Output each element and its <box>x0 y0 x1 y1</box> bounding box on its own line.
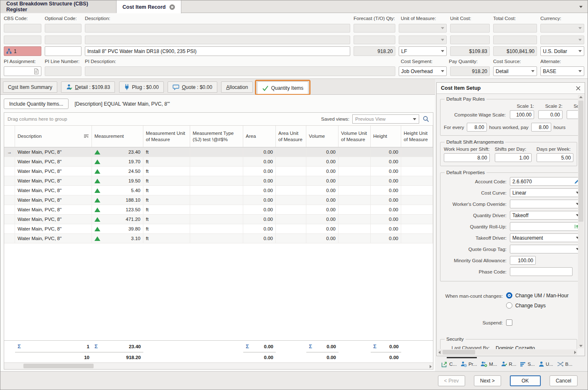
area-cell[interactable]: 0.00 <box>243 186 276 195</box>
ok-button[interactable]: OK <box>510 375 541 386</box>
area-uom-cell[interactable] <box>276 186 306 195</box>
height-uom-cell[interactable] <box>401 234 433 243</box>
measurement-uom-cell[interactable]: ft <box>143 215 190 224</box>
volume-cell[interactable]: 0.00 <box>306 195 339 205</box>
quantity-rollup-field[interactable] <box>510 222 578 231</box>
volume-uom-cell[interactable] <box>339 157 371 167</box>
measurement-uom-cell[interactable]: ft <box>143 205 190 215</box>
column-header-height[interactable]: Height <box>371 126 401 147</box>
measurement-cell[interactable]: 471.20 <box>92 215 143 224</box>
measurement-uom-cell[interactable]: ft <box>143 234 190 243</box>
cost-source-dropdown[interactable]: Detail <box>493 66 537 76</box>
table-row[interactable]: Water Main, PVC, 8" 19.50 ft 0.00 0.00 0… <box>4 176 433 186</box>
days-per-week-input[interactable]: 5.00 <box>537 153 573 162</box>
height-cell[interactable]: 0.00 <box>371 195 401 205</box>
workers-comp-override-dropdown[interactable] <box>510 200 578 208</box>
height-uom-cell[interactable] <box>401 157 433 167</box>
hours-worked-input[interactable]: 8.00 <box>467 123 487 132</box>
close-icon[interactable] <box>576 86 580 91</box>
area-cell[interactable]: 0.00 <box>243 157 276 167</box>
table-row[interactable]: Water Main, PVC, 8" 19.70 ft 0.00 0.00 0… <box>4 157 433 167</box>
area-cell[interactable]: 0.00 <box>243 205 276 215</box>
height-uom-cell[interactable] <box>401 215 433 224</box>
height-cell[interactable]: 0.00 <box>371 224 401 234</box>
description-cell[interactable]: Water Main, PVC, 8" <box>15 186 92 195</box>
height-cell[interactable]: 0.00 <box>371 234 401 243</box>
grid-horizontal-scrollbar[interactable] <box>4 362 433 369</box>
area-uom-cell[interactable] <box>276 205 306 215</box>
cost-segment-dropdown[interactable]: Job Overhead <box>399 66 447 76</box>
table-row[interactable]: Water Main, PVC, 8" 471.20 ft 0.00 0.00 … <box>4 215 433 224</box>
area-cell[interactable]: 0.00 <box>243 176 276 186</box>
measurement-type-cell[interactable] <box>190 234 243 243</box>
area-uom-cell[interactable] <box>276 176 306 186</box>
column-header-volume-uom[interactable]: Volume Unit of Measure <box>339 126 371 147</box>
area-cell[interactable]: 0.00 <box>243 215 276 224</box>
tab-cost-item-record[interactable]: Cost Item Record <box>117 0 181 13</box>
dock-tab-u[interactable]: U... <box>539 361 553 367</box>
measurement-uom-cell[interactable]: ft <box>143 147 190 157</box>
description-cell[interactable]: Water Main, PVC, 8" <box>15 224 92 234</box>
description-cell[interactable]: Water Main, PVC, 8" <box>15 157 92 167</box>
scroll-up-arrow-icon[interactable] <box>579 96 583 98</box>
account-code-edit-icon[interactable] <box>574 179 578 184</box>
description-cell[interactable]: Water Main, PVC, 8" <box>15 205 92 215</box>
scroll-right-arrow-icon[interactable] <box>574 351 576 354</box>
tab-quantity-items[interactable]: Quantity Items <box>257 81 308 95</box>
description-cell[interactable]: Water Main, PVC, 8" <box>15 215 92 224</box>
column-header-area-uom[interactable]: Area Unit of Measure <box>276 126 306 147</box>
volume-cell[interactable]: 0.00 <box>306 186 339 195</box>
area-uom-cell[interactable] <box>276 167 306 176</box>
volume-uom-cell[interactable] <box>339 176 371 186</box>
currency-dropdown[interactable]: U.S. Dollar <box>540 46 584 56</box>
description-cell[interactable]: Water Main, PVC, 8" <box>15 147 92 157</box>
tab-allocation[interactable]: Allocation <box>221 81 253 93</box>
table-row[interactable]: Water Main, PVC, 8" 24.50 ft 0.00 0.00 0… <box>4 167 433 176</box>
scale3-input[interactable]: 0.00 <box>567 110 578 119</box>
column-header-description[interactable]: Description <box>15 126 92 147</box>
measurement-uom-cell[interactable]: ft <box>143 195 190 205</box>
area-uom-cell[interactable] <box>276 147 306 157</box>
volume-cell[interactable]: 0.00 <box>306 147 339 157</box>
table-row[interactable]: → Water Main, PVC, 8" 23.40 ft 0.00 0.00… <box>4 147 433 157</box>
volume-cell[interactable]: 0.00 <box>306 157 339 167</box>
area-uom-cell[interactable] <box>276 234 306 243</box>
measurement-cell[interactable]: 3.10 <box>92 234 143 243</box>
column-header-measurement-uom[interactable]: Measurement Unit of Measure <box>143 126 190 147</box>
measurement-type-cell[interactable] <box>190 186 243 195</box>
volume-uom-cell[interactable] <box>339 195 371 205</box>
tab-close-icon[interactable] <box>169 4 175 10</box>
work-hours-per-shift-input[interactable]: 8.00 <box>444 153 490 162</box>
measurement-type-cell[interactable] <box>190 205 243 215</box>
change-um-manhour-option[interactable]: Change UM / Man-Hour <box>506 292 577 299</box>
sort-icon[interactable] <box>84 134 89 139</box>
area-cell[interactable]: 0.00 <box>243 195 276 205</box>
measurement-type-cell[interactable] <box>190 147 243 157</box>
scrollbar-thumb[interactable] <box>578 101 583 222</box>
height-uom-cell[interactable] <box>401 224 433 234</box>
measurement-type-cell[interactable] <box>190 195 243 205</box>
radio-selected-icon[interactable] <box>506 292 512 299</box>
column-header-height-uom[interactable]: Height Unit of Measure <box>401 126 433 147</box>
measurement-type-cell[interactable] <box>190 157 243 167</box>
volume-uom-cell[interactable] <box>339 215 371 224</box>
description-cell[interactable]: Water Main, PVC, 8" <box>15 176 92 186</box>
table-row[interactable]: Water Main, PVC, 8" 3.10 ft 0.00 0.00 0.… <box>4 234 433 243</box>
volume-cell[interactable]: 0.00 <box>306 234 339 243</box>
setup-vertical-scrollbar[interactable] <box>578 95 584 348</box>
area-uom-cell[interactable] <box>276 224 306 234</box>
scrollbar-thumb[interactable] <box>443 350 475 355</box>
cancel-button[interactable]: Cancel <box>550 375 578 386</box>
tab-plug[interactable]: Plug : $0.00 <box>119 81 164 93</box>
cbs-code-field[interactable]: 1 <box>4 46 41 56</box>
next-button[interactable]: Next > <box>474 375 501 386</box>
tab-detail[interactable]: Detail : $109.83 <box>61 81 115 93</box>
volume-cell[interactable]: 0.00 <box>306 224 339 234</box>
measurement-cell[interactable]: 188.10 <box>92 195 143 205</box>
height-cell[interactable]: 0.00 <box>371 205 401 215</box>
area-cell[interactable]: 0.00 <box>243 234 276 243</box>
volume-cell[interactable]: 0.00 <box>306 176 339 186</box>
quantity-driver-dropdown[interactable]: Takeoff <box>510 211 578 220</box>
height-uom-cell[interactable] <box>401 205 433 215</box>
measurement-uom-cell[interactable]: ft <box>143 224 190 234</box>
